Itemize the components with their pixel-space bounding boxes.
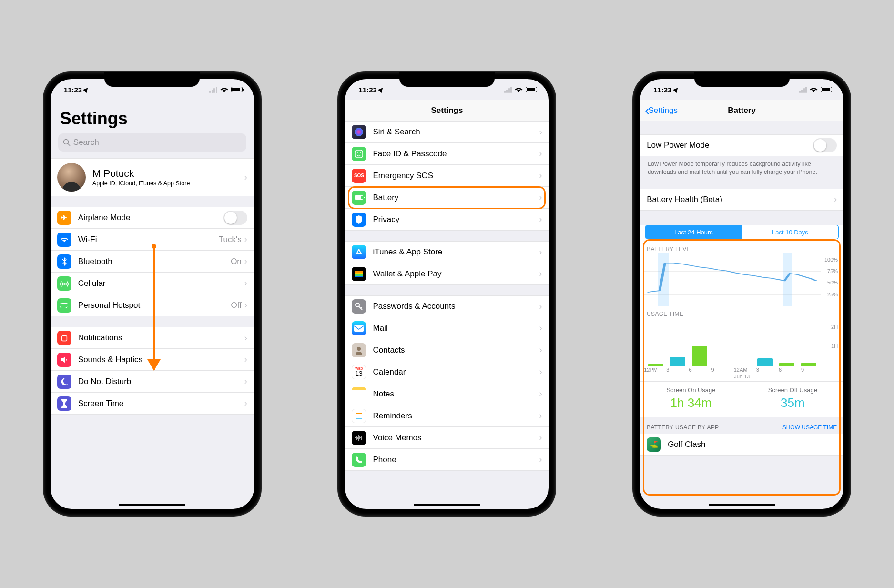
row-battery-health[interactable]: Battery Health (Beta) › bbox=[640, 189, 843, 211]
row-bluetooth[interactable]: Bluetooth On › bbox=[51, 251, 254, 273]
sounds-icon bbox=[57, 353, 71, 367]
notch bbox=[694, 72, 790, 87]
reminders-icon bbox=[352, 409, 366, 423]
label-wifi: Wi-Fi bbox=[78, 235, 219, 244]
row-voicememos[interactable]: Voice Memos › bbox=[345, 427, 549, 449]
golfclash-icon: ⛳ bbox=[647, 437, 661, 452]
row-battery[interactable]: Battery › bbox=[345, 187, 549, 209]
xtick: 9 bbox=[801, 367, 823, 373]
row-app-golfclash[interactable]: ⛳ Golf Clash bbox=[640, 434, 843, 456]
row-wallet[interactable]: Wallet & Apple Pay › bbox=[345, 263, 549, 285]
row-privacy[interactable]: Privacy › bbox=[345, 209, 549, 231]
screen-on-label: Screen On Usage bbox=[640, 386, 742, 394]
chevron-right-icon: › bbox=[834, 194, 837, 204]
row-sos[interactable]: SOS Emergency SOS › bbox=[345, 165, 549, 187]
row-hotspot[interactable]: Personal Hotspot Off › bbox=[51, 294, 254, 316]
phone-frame-2: 11:23 Settings Siri & Search › bbox=[338, 72, 555, 516]
label-cellular: Cellular bbox=[78, 279, 244, 288]
contacts-icon bbox=[352, 343, 366, 357]
label-wallet: Wallet & Apple Pay bbox=[373, 269, 539, 279]
screen-3: 11:23 ‹ Settings Battery Low Power Mode bbox=[640, 79, 843, 509]
voicememos-icon bbox=[352, 431, 366, 445]
airplane-icon: ✈︎ bbox=[57, 211, 71, 225]
row-passwords[interactable]: Passwords & Accounts › bbox=[345, 295, 549, 317]
row-notes[interactable]: Notes › bbox=[345, 383, 549, 405]
profile-name: M Potuck bbox=[92, 168, 244, 179]
usage-summary: Screen On Usage 1h 34m Screen Off Usage … bbox=[640, 382, 843, 417]
location-icon bbox=[83, 86, 90, 93]
chevron-right-icon: › bbox=[539, 193, 542, 203]
label-siri: Siri & Search bbox=[373, 127, 539, 137]
show-usage-time-button[interactable]: SHOW USAGE TIME bbox=[782, 424, 837, 431]
seg-10d[interactable]: Last 10 Days bbox=[742, 225, 839, 239]
by-app-label: BATTERY USAGE BY APP bbox=[647, 424, 719, 431]
row-notifications[interactable]: ▢ Notifications › bbox=[51, 327, 254, 349]
row-reminders[interactable]: Reminders › bbox=[345, 405, 549, 427]
label-mail: Mail bbox=[373, 324, 539, 333]
back-label: Settings bbox=[648, 106, 677, 115]
calendar-icon: WED13 bbox=[352, 365, 366, 379]
status-time: 11:23 bbox=[358, 86, 376, 94]
back-button[interactable]: ‹ Settings bbox=[645, 104, 678, 117]
row-screentime[interactable]: Screen Time › bbox=[51, 393, 254, 415]
value-bluetooth: On bbox=[231, 257, 242, 266]
chevron-right-icon: › bbox=[244, 172, 247, 182]
row-low-power-mode[interactable]: Low Power Mode bbox=[640, 134, 843, 156]
svg-point-5 bbox=[356, 303, 359, 307]
search-placeholder: Search bbox=[73, 138, 99, 147]
chevron-right-icon: › bbox=[539, 171, 542, 181]
row-phone[interactable]: Phone › bbox=[345, 449, 549, 471]
label-faceid: Face ID & Passcode bbox=[373, 149, 539, 159]
moon-icon bbox=[57, 375, 71, 389]
row-faceid[interactable]: Face ID & Passcode › bbox=[345, 143, 549, 165]
chevron-right-icon: › bbox=[244, 333, 247, 343]
label-app1: Golf Clash bbox=[668, 440, 837, 449]
siri-icon bbox=[352, 125, 366, 139]
svg-point-4 bbox=[360, 152, 361, 153]
status-time: 11:23 bbox=[653, 86, 671, 94]
row-siri[interactable]: Siri & Search › bbox=[345, 121, 549, 143]
home-indicator[interactable] bbox=[119, 504, 185, 506]
chevron-right-icon: › bbox=[244, 376, 247, 386]
row-calendar[interactable]: WED13 Calendar › bbox=[345, 361, 549, 383]
toggle-airplane[interactable] bbox=[224, 211, 247, 225]
wifi-icon bbox=[220, 87, 228, 93]
chevron-right-icon: › bbox=[539, 411, 542, 421]
bluetooth-icon bbox=[57, 254, 71, 269]
wifi-icon bbox=[515, 87, 523, 93]
mail-icon bbox=[352, 321, 366, 335]
toggle-lpm[interactable] bbox=[813, 138, 837, 152]
notch bbox=[399, 72, 495, 87]
row-itunes[interactable]: iTunes & App Store › bbox=[345, 241, 549, 263]
apple-id-cell[interactable]: M Potuck Apple ID, iCloud, iTunes & App … bbox=[51, 158, 254, 196]
usage-time-chart: 2H 1H bbox=[644, 318, 840, 366]
search-input[interactable]: Search bbox=[58, 133, 246, 152]
row-cellular[interactable]: Cellular › bbox=[51, 273, 254, 294]
usage-by-app-header: BATTERY USAGE BY APP SHOW USAGE TIME bbox=[640, 417, 843, 434]
nav-bar: Settings bbox=[345, 100, 549, 121]
row-airplane-mode[interactable]: ✈︎ Airplane Mode bbox=[51, 207, 254, 229]
label-battery: Battery bbox=[373, 193, 539, 203]
battery-line bbox=[644, 253, 820, 306]
home-indicator[interactable] bbox=[709, 504, 775, 506]
chevron-right-icon: › bbox=[539, 247, 542, 257]
chevron-right-icon: › bbox=[244, 256, 247, 266]
seg-24h[interactable]: Last 24 Hours bbox=[645, 225, 742, 239]
chevron-right-icon: › bbox=[244, 300, 247, 310]
xtick: 12PM bbox=[644, 367, 666, 373]
row-mail[interactable]: Mail › bbox=[345, 317, 549, 339]
row-contacts[interactable]: Contacts › bbox=[345, 339, 549, 361]
ytick-2h: 2H bbox=[831, 324, 838, 330]
home-indicator[interactable] bbox=[414, 504, 480, 506]
label-voicememos: Voice Memos bbox=[373, 433, 539, 443]
search-icon bbox=[63, 139, 71, 146]
battery-settings-icon bbox=[352, 191, 366, 205]
location-icon bbox=[378, 86, 385, 93]
screen-off-value: 35m bbox=[742, 395, 844, 410]
avatar bbox=[57, 163, 86, 192]
time-range-segment[interactable]: Last 24 Hours Last 10 Days bbox=[645, 225, 839, 239]
chevron-right-icon: › bbox=[539, 345, 542, 355]
row-dnd[interactable]: Do Not Disturb › bbox=[51, 371, 254, 393]
chevron-right-icon: › bbox=[539, 433, 542, 443]
chevron-right-icon: › bbox=[539, 149, 542, 159]
